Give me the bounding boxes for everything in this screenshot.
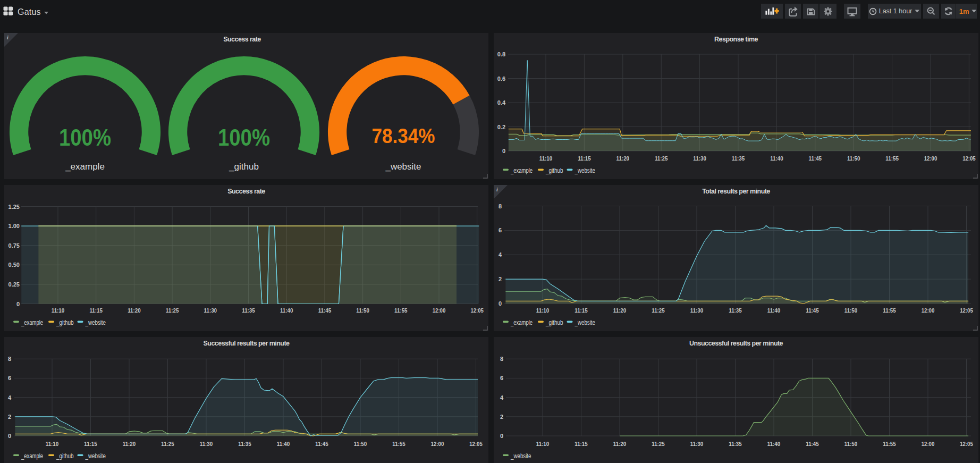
svg-text:11:50: 11:50 (847, 155, 860, 162)
svg-text:11:55: 11:55 (883, 307, 896, 314)
svg-text:0.50: 0.50 (9, 262, 20, 268)
svg-text:4: 4 (8, 394, 12, 401)
svg-text:_example: _example (510, 167, 533, 174)
svg-text:11:10: 11:10 (536, 307, 550, 314)
svg-text:11:25: 11:25 (166, 307, 179, 314)
svg-text:_website: _website (385, 162, 421, 172)
svg-text:12:00: 12:00 (433, 307, 446, 314)
svg-text:_github: _github (56, 452, 74, 460)
svg-text:12:05: 12:05 (470, 307, 484, 314)
svg-text:11:25: 11:25 (161, 441, 174, 447)
svg-text:11:40: 11:40 (767, 441, 781, 447)
svg-text:11:20: 11:20 (613, 441, 627, 447)
svg-text:4: 4 (500, 394, 504, 401)
svg-text:11:35: 11:35 (238, 441, 251, 447)
svg-text:11:30: 11:30 (200, 441, 213, 447)
svg-text:11:25: 11:25 (652, 307, 665, 314)
svg-text:2: 2 (8, 414, 11, 420)
svg-text:2: 2 (499, 276, 502, 282)
svg-text:11:50: 11:50 (844, 307, 858, 314)
svg-text:6: 6 (499, 227, 502, 233)
svg-text:11:40: 11:40 (767, 307, 781, 314)
svg-text:12:05: 12:05 (960, 307, 973, 314)
svg-text:11:40: 11:40 (770, 155, 783, 162)
svg-text:11:30: 11:30 (693, 155, 706, 162)
svg-text:11:35: 11:35 (729, 307, 742, 314)
svg-text:_github: _github (545, 167, 563, 174)
svg-text:0: 0 (499, 300, 502, 307)
svg-text:100%: 100% (218, 124, 270, 151)
svg-text:11:40: 11:40 (277, 441, 290, 447)
svg-text:11:55: 11:55 (885, 155, 899, 162)
svg-text:11:45: 11:45 (315, 441, 328, 447)
svg-text:12:05: 12:05 (960, 441, 973, 447)
svg-text:11:55: 11:55 (392, 441, 405, 447)
svg-text:8: 8 (499, 203, 502, 209)
svg-text:0: 0 (8, 433, 11, 439)
svg-text:11:40: 11:40 (280, 307, 293, 314)
svg-text:_website: _website (85, 319, 106, 326)
svg-text:_example: _example (65, 162, 105, 172)
svg-text:_github: _github (545, 319, 563, 326)
svg-text:11:10: 11:10 (536, 441, 550, 447)
svg-text:1.00: 1.00 (9, 223, 20, 229)
svg-text:_website: _website (510, 452, 531, 460)
svg-text:11:25: 11:25 (652, 441, 665, 447)
svg-text:11:10: 11:10 (539, 155, 553, 162)
svg-text:100%: 100% (59, 124, 111, 151)
svg-text:_website: _website (575, 167, 596, 174)
svg-text:11:15: 11:15 (89, 307, 103, 314)
svg-text:12:05: 12:05 (469, 441, 483, 447)
svg-text:0.75: 0.75 (9, 242, 20, 249)
svg-text:0: 0 (16, 301, 20, 307)
svg-text:11:35: 11:35 (729, 441, 742, 447)
svg-text:12:00: 12:00 (431, 441, 444, 447)
svg-text:11:50: 11:50 (354, 441, 367, 447)
svg-text:12:05: 12:05 (962, 155, 976, 162)
svg-text:12:00: 12:00 (924, 155, 937, 162)
svg-text:11:45: 11:45 (809, 155, 822, 162)
svg-text:_github: _github (229, 162, 259, 172)
svg-text:11:10: 11:10 (46, 441, 59, 447)
svg-text:_website: _website (575, 319, 596, 326)
svg-text:11:20: 11:20 (613, 307, 627, 314)
svg-text:11:55: 11:55 (883, 441, 896, 447)
svg-text:8: 8 (500, 356, 503, 362)
svg-text:11:30: 11:30 (690, 441, 704, 447)
svg-text:0.2: 0.2 (497, 124, 505, 130)
svg-text:11:45: 11:45 (806, 307, 819, 314)
svg-text:11:15: 11:15 (575, 307, 588, 314)
svg-text:6: 6 (8, 375, 11, 381)
svg-text:11:45: 11:45 (318, 307, 332, 314)
svg-text:2: 2 (500, 414, 503, 420)
svg-text:11:20: 11:20 (616, 155, 630, 162)
svg-text:11:30: 11:30 (690, 307, 704, 314)
svg-text:0.8: 0.8 (497, 51, 505, 57)
svg-text:0: 0 (502, 148, 505, 154)
svg-text:11:20: 11:20 (128, 307, 141, 314)
svg-text:11:45: 11:45 (806, 441, 819, 447)
svg-text:1.25: 1.25 (9, 204, 20, 210)
svg-text:_website: _website (85, 452, 106, 460)
svg-text:11:20: 11:20 (123, 441, 136, 447)
svg-text:8: 8 (8, 356, 11, 362)
svg-text:11:35: 11:35 (732, 155, 745, 162)
svg-text:11:50: 11:50 (844, 441, 858, 447)
svg-text:_example: _example (510, 319, 533, 326)
svg-text:_github: _github (56, 319, 74, 326)
svg-text:4: 4 (499, 251, 502, 258)
svg-text:78.34%: 78.34% (372, 125, 435, 147)
svg-text:11:55: 11:55 (394, 307, 408, 314)
svg-text:_example: _example (21, 319, 43, 326)
svg-text:0.25: 0.25 (9, 281, 20, 288)
svg-text:12:00: 12:00 (922, 441, 935, 447)
svg-text:11:15: 11:15 (84, 441, 97, 447)
svg-text:6: 6 (500, 375, 503, 381)
svg-text:11:25: 11:25 (655, 155, 668, 162)
svg-text:11:50: 11:50 (356, 307, 369, 314)
svg-text:12:00: 12:00 (922, 307, 935, 314)
svg-text:11:15: 11:15 (575, 441, 588, 447)
svg-text:_example: _example (21, 452, 43, 460)
svg-text:0: 0 (500, 433, 503, 439)
svg-text:11:35: 11:35 (242, 307, 255, 314)
